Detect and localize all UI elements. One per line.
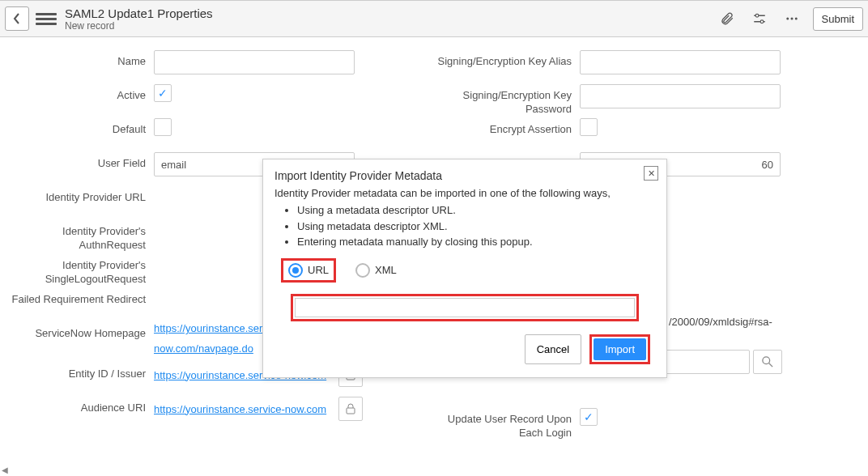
menu-button[interactable] [36,8,57,29]
sn-homepage-link-1[interactable]: https://yourinstance.serv [154,322,268,334]
key-password-input[interactable] [580,84,781,108]
update-user-label: Update User Record Upon Each Login [434,408,580,440]
sn-homepage-link-2[interactable]: now.com/navpage.do [154,342,253,355]
import-metadata-modal: Import Identity Provider Metadata ✕ Iden… [262,159,667,378]
svg-point-7 [763,357,770,364]
key-alias-label: Signing/Encryption Key Alias [434,50,580,69]
page-subtitle: New record [65,20,213,32]
failed-redirect-label: Failed Requirement Redirect [8,288,154,307]
scroll-left-icon[interactable]: ◀ [2,465,8,474]
radio-xml[interactable]: XML [351,261,402,280]
modal-title: Import Identity Provider Metadata [274,169,655,182]
svg-point-3 [790,18,793,20]
sliders-icon [752,11,767,26]
audience-link[interactable]: https://yourinstance.service-now.com [154,403,332,415]
radio-xml-label: XML [375,264,397,276]
modal-intro: Identity Provider metadata can be import… [274,187,655,199]
idp-authn-label: Identity Provider's AuthnRequest [8,220,154,253]
encrypt-assertion-checkbox[interactable] [580,118,598,136]
page-title: SAML2 Update1 Properties [65,6,213,20]
search-icon [762,356,773,368]
radio-url-label: URL [308,264,329,276]
encrypt-assertion-label: Encrypt Assertion [434,118,580,137]
more-horizontal-icon [785,11,799,26]
default-label: Default [8,118,154,137]
clock-skew-label [434,152,580,157]
modal-options-list: Using a metadata descriptor URL. Using m… [297,202,655,250]
lock-icon [346,403,355,414]
close-icon: ✕ [648,168,655,179]
check-icon: ✓ [584,410,594,423]
key-alias-input[interactable] [580,50,781,74]
cancel-button[interactable]: Cancel [525,334,581,364]
list-item: Using metadata descriptor XML. [297,219,655,235]
signature-algorithm-text: /2000/09/xmldsig#rsa- [669,316,772,328]
metadata-url-input[interactable] [295,298,635,317]
name-input[interactable] [154,50,355,74]
audience-lock-button[interactable] [338,397,363,421]
back-button[interactable] [5,6,29,31]
title-block: SAML2 Update1 Properties New record [65,6,213,32]
chevron-left-icon [13,13,21,24]
idp-url-label: Identity Provider URL [8,186,154,205]
audience-label: Audience URI [8,397,154,415]
more-button[interactable] [781,7,803,30]
attachment-button[interactable] [716,7,738,30]
import-button[interactable]: Import [594,338,646,360]
list-item: Using a metadata descriptor URL. [297,202,655,219]
entity-id-label: Entity ID / Issuer [8,363,154,381]
modal-close-button[interactable]: ✕ [644,166,658,181]
user-field-label: User Field [8,152,154,171]
top-bar: SAML2 Update1 Properties New record Subm… [0,0,868,37]
svg-point-1 [760,20,764,23]
submit-button[interactable]: Submit [813,7,863,31]
active-label: Active [8,84,154,103]
svg-rect-6 [347,408,355,414]
svg-point-2 [786,18,789,20]
idp-slo-label: Identity Provider's SingleLogoutRequest [8,254,154,287]
key-password-label: Signing/Encryption Key Password [434,84,580,117]
settings-button[interactable] [748,7,771,30]
active-checkbox[interactable]: ✓ [154,84,172,102]
svg-point-0 [755,14,759,17]
name-label: Name [8,50,154,69]
lookup-button[interactable] [753,350,782,374]
sn-homepage-label: ServiceNow Homepage [8,322,154,341]
list-item: Entering metadata manually by closing th… [297,234,655,250]
check-icon: ✓ [158,87,168,100]
default-checkbox[interactable] [154,118,172,136]
radio-url[interactable]: URL [281,258,336,283]
svg-point-4 [794,18,797,20]
update-user-checkbox[interactable]: ✓ [580,408,598,426]
paperclip-icon [720,11,734,26]
radio-row: URL XML [281,258,655,283]
